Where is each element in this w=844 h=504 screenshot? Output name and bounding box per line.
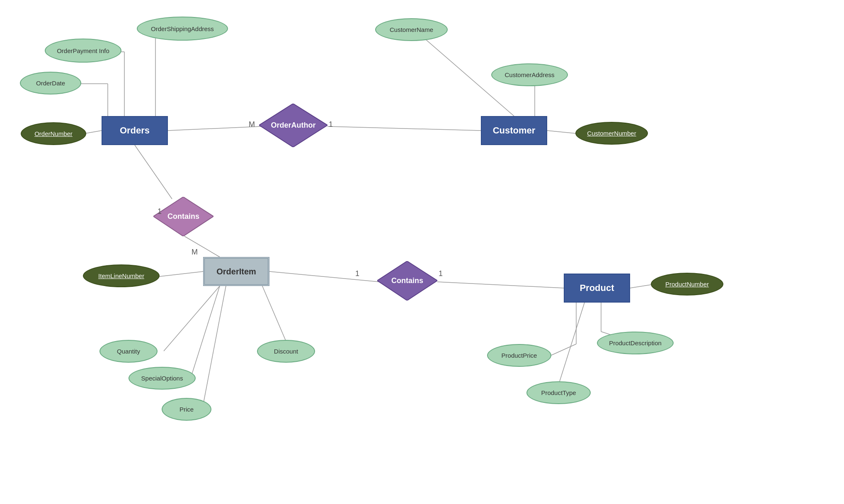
relationship-contains1: Contains (153, 197, 213, 236)
entity-product: Product (564, 274, 630, 303)
cardinality-m-orderauthor: M (249, 120, 255, 129)
entity-customer: Customer (481, 116, 547, 145)
svg-line-16 (630, 285, 651, 288)
svg-line-21 (560, 303, 584, 381)
svg-line-15 (437, 282, 564, 288)
svg-line-11 (547, 131, 576, 133)
relationship-orderauthor: OrderAuthor (259, 104, 327, 147)
svg-line-23 (164, 286, 220, 351)
svg-line-13 (184, 236, 220, 257)
cardinality-1-contains1: 1 (158, 207, 162, 216)
attribute-discount: Discount (257, 340, 315, 363)
cardinality-m-contains1: M (192, 248, 198, 257)
svg-line-25 (202, 286, 226, 409)
attribute-productnumber: ProductNumber (651, 273, 723, 296)
svg-line-24 (191, 286, 220, 378)
svg-line-22 (160, 271, 203, 276)
svg-line-6 (85, 131, 102, 133)
attribute-customernumber: CustomerNumber (575, 122, 648, 145)
svg-line-12 (135, 145, 172, 199)
attribute-ordershippingaddress: OrderShippingAddress (137, 17, 228, 41)
attribute-price: Price (162, 398, 211, 421)
entity-orderitem: OrderItem (203, 257, 269, 286)
cardinality-1-orderauthor: 1 (329, 120, 333, 129)
svg-line-7 (168, 126, 261, 131)
attribute-specialoptions: SpecialOptions (129, 367, 196, 390)
attribute-producttype: ProductType (526, 381, 591, 404)
attribute-itemlinenumber: ItemLineNumber (83, 264, 160, 287)
attribute-productprice: ProductPrice (487, 344, 551, 367)
connection-lines (0, 0, 844, 504)
cardinality-1-contains2-right: 1 (439, 269, 443, 278)
attribute-productdescription: ProductDescription (597, 332, 674, 354)
svg-line-18 (551, 344, 576, 355)
attribute-customername: CustomerName (375, 18, 448, 41)
svg-line-8 (327, 126, 481, 131)
attribute-ordernumber: OrderNumber (21, 122, 86, 145)
relationship-contains2: Contains (377, 261, 437, 300)
attribute-quantity: Quantity (99, 340, 158, 363)
er-diagram: Orders Customer Product OrderItem OrderA… (0, 0, 844, 504)
entity-orders: Orders (102, 116, 168, 145)
cardinality-1-contains2-left: 1 (355, 269, 359, 278)
attribute-customeraddress: CustomerAddress (491, 63, 568, 86)
attribute-orderdate: OrderDate (20, 72, 81, 94)
svg-line-14 (269, 271, 379, 282)
attribute-orderpaymentinfo: OrderPayment Info (45, 39, 121, 63)
